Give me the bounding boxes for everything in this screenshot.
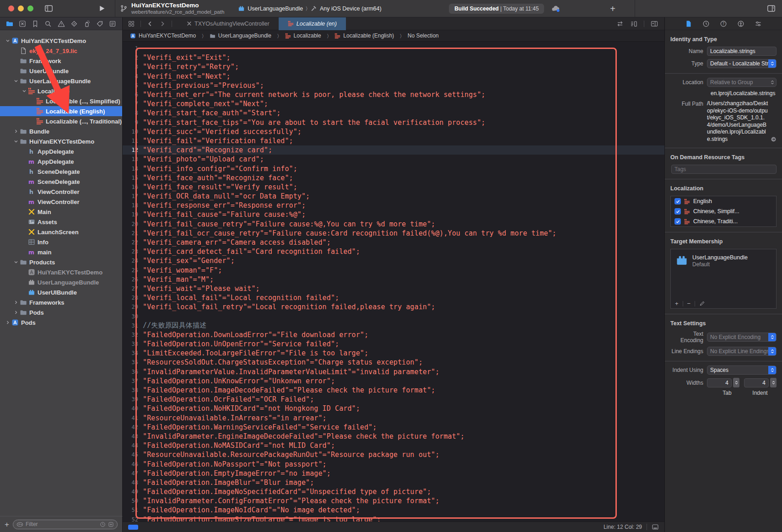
indent-using-dropdown[interactable]: Spaces [707,365,777,375]
go-back-icon[interactable] [147,21,153,27]
code-line-18[interactable]: 18"Verifi_response_err"="Response error"… [123,201,664,210]
minimize-editor-icon[interactable] [652,523,659,531]
code-line-19[interactable]: 19"Verifi_fail_cause"="Failure cause:%@"… [123,210,664,219]
tree-item-viewcontroller[interactable]: hViewController [0,187,122,197]
tree-item-huiyanekyctestdemo[interactable]: HuiYanEKYCTestDemo [0,36,122,46]
code-line-46[interactable]: 46"FailedOperation.NoPassport"="Not pass… [123,459,664,468]
tree-item-userlanguagebundle[interactable]: UserLanguageBundle [0,76,122,86]
tree-item-pods[interactable]: Pods [0,307,122,317]
code-line-41[interactable]: 41"ResourceUnavailable.InArrears"="in ar… [123,414,664,423]
code-line-50[interactable]: 50"InvalidParameter.ConfigFormatError"="… [123,496,664,505]
code-line-47[interactable]: 47"FailedOperation.EmptyImageError"="no … [123,469,664,478]
localization-row-chinese-traditi[interactable]: Chinese, Traditi... [671,216,776,226]
code-line-4[interactable]: 4"Verifi_next"="Next"; [123,72,664,81]
tree-item-localizable[interactable]: Localizable [0,86,122,96]
code-line-33[interactable]: 33"FailedOperation.UnOpenError"="Service… [123,339,664,349]
reveal-arrow-icon[interactable] [771,136,777,142]
code-line-5[interactable]: 5"Verifi_previous"="Previous"; [123,81,664,90]
chevron-right-icon[interactable] [13,310,19,315]
code-line-28[interactable]: 28"Verifi_local_fail"="Local recognition… [123,293,664,302]
tree-item-products[interactable]: Products [0,257,122,267]
code-line-43[interactable]: 43"InvalidParameter.EngineImageDecodeFai… [123,432,664,441]
tab-txyosauthingviewcontroller[interactable]: TXYOsAuthingViewController [178,17,279,30]
tree-item-huiyanekyctestdemo[interactable]: HuiYanEKYCTestDemo [0,136,122,146]
cloud-status-icon[interactable] [551,5,560,13]
code-line-27[interactable]: 27"Verifi_wait"="Please wait"; [123,284,664,293]
recents-clock-icon[interactable] [100,521,106,527]
line-col-indicator[interactable]: Line: 12 Col: 29 [604,524,642,530]
tree-item-viewcontroller[interactable]: mViewController [0,197,122,207]
breadcrumb-item-2[interactable]: UserLanguageBundle [210,32,271,39]
code-line-45[interactable]: 45"ResourceUnavailable.ResourcePackageRu… [123,450,664,459]
attributes-inspector-icon[interactable] [755,20,762,27]
remove-target-button[interactable]: − [687,301,691,306]
tree-item-appdelegate[interactable]: mAppDelegate [0,156,122,167]
tab-width-field[interactable]: 4 [707,378,732,387]
zoom-window-button[interactable] [27,5,33,11]
line-endings-dropdown[interactable]: No Explicit Line Endings [707,347,777,356]
localization-row-english[interactable]: English [671,196,776,206]
text-encoding-dropdown[interactable]: No Explicit Encoding [707,333,777,342]
source-control-navigator-icon[interactable] [19,20,26,27]
code-line-7[interactable]: 7"Verifi_complete_next"="Next"; [123,99,664,108]
checkbox-checked[interactable] [674,198,681,204]
checkbox-checked[interactable] [674,218,681,225]
toggle-inspector-icon[interactable] [767,4,776,13]
code-line-13[interactable]: 13"Verifi_photo"="Upload card"; [123,155,664,164]
add-target-button[interactable]: + [675,301,679,306]
name-field[interactable]: Localizable.strings [707,47,777,56]
breakpoint-navigator-icon[interactable] [96,20,103,27]
breadcrumb-item-4[interactable]: Localizable (English) [334,32,394,39]
code-line-3[interactable]: 3"Verifi_retry"="Retry"; [123,62,664,71]
history-inspector-icon[interactable] [702,20,710,27]
tree-item-launchscreen[interactable]: LaunchScreen [0,227,122,237]
tree-item-localizable-traditional[interactable]: Localizable (..., Traditional) [0,116,122,126]
target-row[interactable]: UserLanguageBundle Default [671,249,776,270]
code-line-17[interactable]: 17"Verifi_OCR_data_null"="ocr Data Empty… [123,192,664,201]
scm-filter-icon[interactable] [108,521,114,527]
run-button[interactable] [98,5,106,12]
minimize-window-button[interactable] [18,5,24,11]
tree-item-useruibundle[interactable]: UserUIBundle [0,287,122,297]
file-inspector-icon[interactable] [685,20,692,27]
code-line-31[interactable]: 31//失败原因具体描述 [123,321,664,330]
tab-localizable-en[interactable]: Localizable (en) [279,17,346,30]
bookmark-navigator-icon[interactable] [32,20,39,27]
tree-item-localizable-simplified[interactable]: Localizable (..., Simplified) [0,96,122,106]
tree-item-appdelegate[interactable]: hAppDelegate [0,146,122,156]
chevron-right-icon[interactable] [13,129,19,134]
code-line-11[interactable]: 11"Verifi_fail"="Verification failed"; [123,136,664,145]
tree-item-useruibundle[interactable]: UserUIBundle [0,66,122,76]
location-dropdown[interactable]: Relative to Group [707,78,777,87]
code-line-14[interactable]: 14"Verifi_info_configr"="Confirm info"; [123,164,664,173]
type-dropdown[interactable]: Default - Localizable Strin... [707,59,777,68]
chevron-right-icon[interactable] [5,320,11,325]
code-line-36[interactable]: 36"InvalidParameterValue.InvalidParamete… [123,367,664,376]
tree-item-ekyc-24-7-19-lic[interactable]: ekyc_24_7_19.lic [0,46,122,56]
code-line-51[interactable]: 51"FailedOperation.ImageNoIdCard"="No im… [123,505,664,515]
minimap-icon[interactable] [630,20,637,27]
chevron-down-icon[interactable] [13,259,19,265]
edit-target-icon[interactable] [699,301,705,306]
source-editor[interactable]: 12"Verifi_exit"="Exit";3"Verifi_retry"="… [123,42,664,521]
code-line-38[interactable]: 38"FailedOperation.ImageDecodeFailed"="P… [123,386,664,395]
code-line-39[interactable]: 39"FailedOperation.OcrFailed"="OCR Faile… [123,395,664,404]
code-line-29[interactable]: 29"Verifi_local_fail_retry"="Local recog… [123,302,664,312]
chevron-down-icon[interactable] [13,139,19,144]
tab-width-stepper[interactable] [733,378,739,387]
quick-help-inspector-icon[interactable]: ? [720,20,727,27]
code-line-52[interactable]: 52"FailedOperation.ImageSizeTooLarge"="i… [123,515,664,521]
tree-item-frameworks[interactable]: Frameworks [0,297,122,307]
code-line-6[interactable]: 6"Verifi_net_err"="The current network i… [123,90,664,99]
code-line-49[interactable]: 49"FailedOperation.ImageNoSpecifiedCard"… [123,487,664,496]
code-line-48[interactable]: 48"FailedOperation.ImageBlur"="Blur imag… [123,478,664,487]
add-editor-icon[interactable] [651,20,658,27]
code-line-37[interactable]: 37"FailedOperation.UnKnowError"="Unkonwn… [123,376,664,386]
chevron-down-icon[interactable] [13,78,19,84]
code-review-icon[interactable] [616,20,624,27]
tree-item-scenedelegate[interactable]: hSceneDelegate [0,167,122,177]
go-forward-icon[interactable] [159,21,166,27]
scheme-name[interactable]: UserLanguageBundle [248,5,303,12]
chevron-down-icon[interactable] [21,88,27,94]
tree-item-huiyanekyctestdemo[interactable]: HuiYanEKYCTestDemo [0,267,122,277]
